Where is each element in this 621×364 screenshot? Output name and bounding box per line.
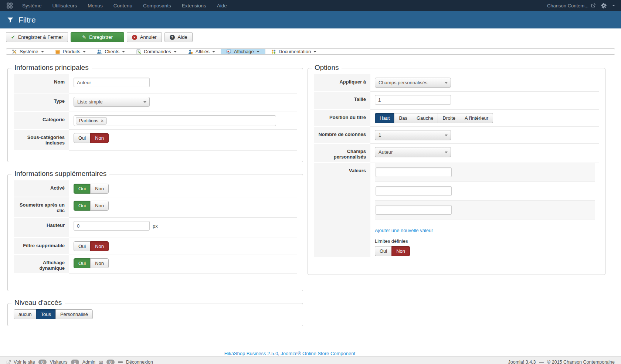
hauteur-input[interactable] xyxy=(74,221,150,231)
menu-composants[interactable]: Composants xyxy=(143,3,171,8)
joomla-logo-icon[interactable] xyxy=(6,2,13,9)
chevron-down-icon xyxy=(445,82,448,84)
acces-personnalise-button[interactable]: Personnalisé xyxy=(55,309,93,319)
visitors-label: Visiteurs xyxy=(50,360,68,364)
menu-aide[interactable]: Aide xyxy=(217,3,227,8)
taille-input[interactable] xyxy=(375,95,451,105)
site-preview-link[interactable]: Chanson Contem... xyxy=(547,3,595,8)
save-close-button[interactable]: ✔ Enregistrer & Fermer xyxy=(6,32,68,42)
help-button[interactable]: ? Aide xyxy=(164,32,193,42)
row-categorie: Catégorie Partitions × xyxy=(14,112,297,130)
menu-extensions[interactable]: Extensions xyxy=(182,3,206,8)
copyright: © 2015 Chanson Contemporaine xyxy=(547,360,615,364)
row-colonnes: Nombre de colonnes 1 xyxy=(314,127,599,144)
component-tabbar: Système Produits Clients Commandes xyxy=(6,48,615,55)
valeur-input-1[interactable] xyxy=(376,167,452,177)
cancel-button[interactable]: × Annuler xyxy=(127,32,162,42)
panel-legend: Options xyxy=(312,64,342,72)
row-dynamique: Affichage dynamique Oui Non xyxy=(14,255,297,274)
position-droite-button[interactable]: Droite xyxy=(438,113,460,123)
colonnes-label: Nombre de colonnes xyxy=(314,127,370,144)
tab-produits[interactable]: Produits xyxy=(50,49,92,54)
active-oui-button[interactable]: Oui xyxy=(74,184,91,194)
status-bar-1: Voir le site 0 Visiteurs 1 Admin ✉ 0 Déc… xyxy=(0,357,621,364)
tab-affilies[interactable]: Affiliés xyxy=(182,49,221,54)
menu-utilisateurs[interactable]: Utilisateurs xyxy=(52,3,77,8)
row-supprimable: Filtre supprimable Oui Non xyxy=(14,238,297,255)
categorie-label: Catégorie xyxy=(14,112,69,130)
sous-categories-toggle: Oui Non xyxy=(74,133,109,143)
tab-affichage[interactable]: Affichage xyxy=(221,49,265,54)
limites-non-button[interactable]: Non xyxy=(391,246,410,256)
site-name: Chanson Contem... xyxy=(547,3,588,8)
admin-menu: Système Utilisateurs Menus Contenu Compo… xyxy=(22,3,227,8)
champs-select[interactable]: Auteur xyxy=(375,147,451,157)
logout-link[interactable]: Déconnexion xyxy=(126,360,153,364)
user-menu-caret-icon[interactable] xyxy=(612,5,615,6)
soumettre-toggle: Oui Non xyxy=(74,201,109,211)
logout-dash-icon xyxy=(118,361,123,363)
tab-clients[interactable]: Clients xyxy=(91,49,130,54)
row-hauteur: Hauteur px xyxy=(14,218,297,238)
dynamique-oui-button[interactable]: Oui xyxy=(74,258,91,268)
acces-tous-button[interactable]: Tous xyxy=(36,309,55,319)
acces-aucun-button[interactable]: aucun xyxy=(14,309,36,319)
supprimable-non-button[interactable]: Non xyxy=(90,241,109,251)
add-value-link[interactable]: Ajouter une nouvelle valeur xyxy=(375,228,595,233)
soumettre-label: Soumettre après un clic xyxy=(14,197,69,218)
position-interieur-button[interactable]: A l'intérieur xyxy=(460,113,493,123)
view-site-link[interactable]: Voir le site xyxy=(6,360,35,364)
dynamique-non-button[interactable]: Non xyxy=(90,258,109,268)
menu-contenu[interactable]: Contenu xyxy=(113,3,132,8)
messages-icon[interactable]: ✉ xyxy=(99,359,103,364)
save-button[interactable]: ✎ Enregistrer xyxy=(71,32,124,42)
panel-niveau-acces: Niveau d'accès aucun Tous Personnalisé xyxy=(7,303,303,326)
valeur-input-2[interactable] xyxy=(376,186,452,196)
nom-input[interactable] xyxy=(74,78,150,87)
appliquer-select[interactable]: Champs personnalisés xyxy=(375,78,451,88)
chevron-down-icon xyxy=(445,152,448,153)
panel-options: Options Appliquer à Champs personnalisés… xyxy=(308,68,605,275)
menu-systeme[interactable]: Système xyxy=(22,3,42,8)
menu-menus[interactable]: Menus xyxy=(88,3,103,8)
cancel-icon: × xyxy=(132,35,137,40)
sous-categories-non-button[interactable]: Non xyxy=(90,133,109,143)
hauteur-label: Hauteur xyxy=(14,218,69,238)
supprimable-label: Filtre supprimable xyxy=(14,238,69,255)
categorie-multiselect[interactable]: Partitions × xyxy=(74,115,276,126)
external-link-icon xyxy=(6,360,11,364)
row-sous-categories: Sous-catégories incluses Oui Non xyxy=(14,130,297,151)
hikashop-component-link[interactable]: HikaShop Business 2.5.0, Joomla!® Online… xyxy=(224,351,355,356)
position-haut-button[interactable]: Haut xyxy=(375,113,394,123)
chevron-down-icon xyxy=(143,101,146,103)
active-non-button[interactable]: Non xyxy=(90,184,109,194)
valeur-input-3[interactable] xyxy=(376,205,452,215)
appliquer-label: Appliquer à xyxy=(314,74,370,92)
colonnes-select[interactable]: 1 xyxy=(375,130,451,140)
help-icon: ? xyxy=(170,35,175,40)
nom-label: Nom xyxy=(14,74,69,93)
tools-icon xyxy=(12,49,17,54)
tab-systeme[interactable]: Système xyxy=(6,49,50,54)
soumettre-oui-button[interactable]: Oui xyxy=(74,201,91,211)
limites-oui-button[interactable]: Oui xyxy=(375,246,392,256)
panel-legend: Informations supplémentaires xyxy=(11,170,109,178)
valeur-row-2 xyxy=(375,182,595,201)
taille-label: Taille xyxy=(314,92,370,110)
gear-icon[interactable] xyxy=(601,3,607,8)
filter-funnel-icon xyxy=(7,17,14,23)
soumettre-non-button[interactable]: Non xyxy=(90,201,109,211)
visitors-badge: 0 xyxy=(38,360,47,364)
messages-badge: 0 xyxy=(106,360,115,364)
sous-categories-oui-button[interactable]: Oui xyxy=(74,133,91,143)
chevron-down-icon xyxy=(445,135,448,136)
chip-remove-icon[interactable]: × xyxy=(101,118,104,123)
valeur-row-1 xyxy=(375,163,595,182)
position-bas-button[interactable]: Bas xyxy=(394,113,412,123)
tab-commandes[interactable]: Commandes xyxy=(130,49,182,54)
supprimable-oui-button[interactable]: Oui xyxy=(74,241,91,251)
type-select[interactable]: Liste simple xyxy=(74,97,150,107)
supprimable-toggle: Oui Non xyxy=(74,241,109,251)
position-gauche-button[interactable]: Gauche xyxy=(412,113,438,123)
tab-documentation[interactable]: Documentation xyxy=(265,49,322,54)
